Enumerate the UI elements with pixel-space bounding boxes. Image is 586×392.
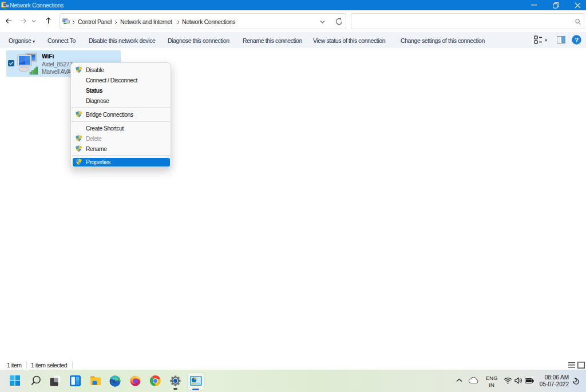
svg-text:?: ? [575,37,579,43]
